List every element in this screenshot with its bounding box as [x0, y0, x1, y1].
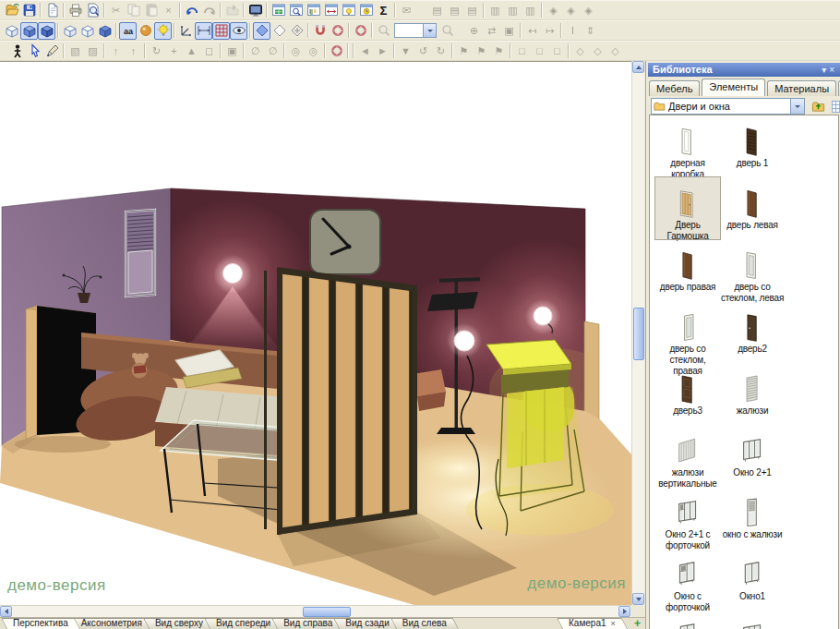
show-labels-icon[interactable]: aa [119, 22, 137, 40]
list-view-button[interactable] [829, 98, 840, 115]
library-item[interactable] [655, 611, 720, 629]
open-icon[interactable] [3, 2, 20, 19]
scene-wall-lamp-right[interactable] [525, 299, 560, 334]
distribute-3-button: ◈ [580, 2, 597, 19]
category-combobox[interactable]: Двери и окна [651, 98, 805, 115]
walls-solid-icon[interactable] [96, 22, 114, 40]
library-item[interactable]: окно с жалюзи [720, 487, 785, 549]
view-tab-Вид сзади[interactable]: Вид сзади [336, 618, 398, 629]
snap-objects-icon[interactable] [270, 22, 288, 40]
walls-outline-icon[interactable] [78, 22, 96, 40]
draw-mode-icon[interactable] [43, 42, 61, 60]
library-item[interactable] [720, 611, 785, 629]
project-tree-icon[interactable] [305, 2, 322, 19]
viewport-horizontal-scrollbar[interactable] [0, 605, 631, 617]
library-item[interactable]: Окно с форточкой [655, 549, 720, 611]
print-icon[interactable] [66, 2, 84, 19]
grid-snap-2-button: ◇ [589, 42, 606, 60]
blinds-icon [737, 373, 768, 405]
tab-camera1[interactable]: Камера1× [559, 618, 625, 629]
view-tab-Перспектива[interactable]: Перспектива [4, 618, 78, 629]
scene-wall-lamp-left[interactable] [213, 255, 252, 294]
library-item[interactable]: дверь 1 [720, 115, 785, 177]
library-tab-Мебель[interactable]: Мебель [649, 80, 700, 96]
library-item[interactable]: дверь правая [655, 239, 720, 301]
zoom-level-combobox[interactable] [394, 23, 437, 38]
view-tab-Аксонометрия[interactable]: Аксонометрия [72, 618, 151, 629]
panel-close-icon[interactable]: × [829, 65, 837, 75]
new-document-icon[interactable] [43, 2, 61, 19]
show-materials-icon[interactable] [137, 22, 154, 40]
snap-angle-icon[interactable] [288, 22, 306, 40]
target-rotate-icon[interactable] [328, 42, 345, 60]
library-item[interactable]: дверь3 [655, 363, 720, 425]
sum-button[interactable]: Σ [375, 2, 392, 19]
undo-icon[interactable] [183, 2, 200, 19]
library-tab-Элементы[interactable]: Элементы [702, 79, 765, 96]
walls-transparent-icon[interactable] [61, 22, 78, 40]
dimensions-window-icon[interactable] [322, 2, 340, 19]
walk-mode-icon[interactable] [8, 42, 26, 60]
vertical-scroll-thumb[interactable] [633, 308, 644, 360]
scene-window[interactable] [126, 210, 155, 296]
view-tab-Вид справа[interactable]: Вид справа [274, 618, 342, 629]
library-item[interactable]: дверь2 [720, 301, 785, 363]
show-axes-icon[interactable] [177, 22, 195, 40]
library-item-label: дверь 1 [720, 158, 785, 169]
show-grid-icon[interactable] [212, 22, 230, 40]
horizontal-scroll-thumb[interactable] [303, 607, 351, 617]
scroll-down-button[interactable] [632, 593, 644, 605]
view-tab-Вид спереди[interactable]: Вид спереди [207, 618, 280, 629]
library-item[interactable]: жалюзи [720, 363, 785, 425]
lighting-window-icon[interactable] [340, 2, 357, 19]
view-hidden-line-icon[interactable] [20, 22, 38, 40]
info-window-icon[interactable] [357, 2, 375, 19]
library-item-selected[interactable]: Дверь Гармошка [655, 177, 720, 239]
select-mode-icon[interactable] [26, 42, 43, 60]
library-item[interactable]: Окно1 [720, 549, 785, 611]
library-item[interactable]: Окно 2+1 с форточкой [655, 487, 720, 549]
zoom-window-icon[interactable] [287, 2, 305, 19]
scene-canvas[interactable] [0, 62, 631, 605]
library-tab-Материалы[interactable]: Материалы [767, 80, 836, 96]
scroll-left-button[interactable] [0, 606, 12, 617]
display-settings-icon[interactable] [246, 2, 264, 19]
show-lighting-icon[interactable] [154, 22, 172, 40]
library-item[interactable]: дверь левая [720, 177, 785, 239]
3d-viewport[interactable]: демо-версия демо-версия [0, 61, 631, 605]
scroll-up-button[interactable] [632, 61, 644, 73]
viewport-vertical-scrollbar[interactable] [631, 61, 644, 605]
panel-collapse-icon[interactable]: ▾ [822, 65, 829, 75]
scene-bar-counter[interactable] [486, 340, 585, 511]
view-tab-Вид слева[interactable]: Вид слева [393, 618, 456, 629]
library-title: Библиотека [653, 64, 713, 75]
save-icon[interactable] [20, 2, 38, 19]
library-item[interactable]: дверная коробка [655, 115, 720, 177]
scene-wall-clock[interactable] [310, 210, 380, 274]
view-wireframe-icon[interactable] [3, 22, 20, 40]
scroll-right-button[interactable] [618, 606, 630, 617]
rotate-mode-icon[interactable] [329, 22, 346, 40]
combobox-dropdown-icon[interactable] [790, 99, 804, 114]
snap-grid-icon[interactable] [253, 22, 270, 40]
library-item[interactable]: жалюзи вертикальные [655, 425, 720, 487]
toolbar-row-2: aa⊕⇄▣↤↦I⇕ [0, 20, 840, 41]
view-tab-Вид сверху[interactable]: Вид сверху [146, 618, 212, 629]
print-preview-icon[interactable] [84, 2, 102, 19]
folder-up-button[interactable] [810, 98, 826, 115]
magnet-snap-icon[interactable] [311, 22, 329, 40]
show-view-icon[interactable] [230, 22, 247, 40]
library-item[interactable]: дверь со стеклом, левая [720, 239, 785, 301]
add-view-button[interactable]: + [634, 617, 641, 629]
orbit-mode-icon[interactable] [352, 22, 369, 40]
view-shaded-icon[interactable] [38, 22, 55, 40]
show-dimensions-icon[interactable] [195, 22, 212, 40]
wall-left-button: ↤ [523, 22, 541, 40]
camera-tab-close-icon[interactable]: × [611, 619, 616, 628]
toolbar-separator [144, 43, 146, 58]
library-title-bar[interactable]: Библиотека ▾× [648, 63, 840, 77]
estimate-table-icon[interactable] [270, 2, 287, 19]
library-item[interactable]: дверь со стеклом, правая [655, 301, 720, 363]
library-item[interactable]: Окно 2+1 [720, 425, 785, 487]
scene-partition-screen[interactable] [264, 267, 417, 535]
